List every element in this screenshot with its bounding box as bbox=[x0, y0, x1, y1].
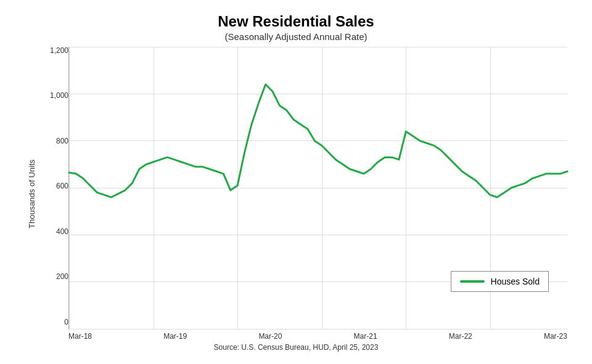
source-text: Source: U.S. Census Bureau, HUD, April 2… bbox=[214, 343, 379, 352]
legend-label: Houses Sold bbox=[491, 277, 540, 286]
y-tick: 600 bbox=[56, 182, 68, 190]
y-axis: 1,2001,0008006004002000 bbox=[41, 47, 68, 341]
x-tick: Mar-23 bbox=[544, 332, 567, 341]
legend-box: Houses Sold bbox=[451, 271, 549, 292]
x-tick: Mar-19 bbox=[163, 332, 187, 341]
y-axis-label: Thousands of Units bbox=[25, 47, 38, 341]
y-tick: 400 bbox=[56, 228, 68, 235]
plot-area: Houses Sold bbox=[68, 47, 567, 330]
legend-line-indicator bbox=[460, 280, 485, 283]
x-tick: Mar-21 bbox=[354, 332, 377, 341]
x-axis: Mar-18Mar-19Mar-20Mar-21Mar-22Mar-23 bbox=[68, 330, 567, 341]
chart-title: New Residential Sales bbox=[218, 13, 374, 30]
chart-area: Thousands of Units 1,2001,00080060040020… bbox=[25, 47, 567, 341]
y-tick: 1,200 bbox=[50, 47, 68, 54]
y-tick: 200 bbox=[56, 273, 68, 280]
grid-line bbox=[69, 329, 567, 330]
plot-area-wrapper: Houses Sold Mar-18Mar-19Mar-20Mar-21Mar-… bbox=[68, 47, 567, 341]
chart-subtitle: (Seasonally Adjusted Annual Rate) bbox=[225, 31, 368, 42]
x-tick: Mar-18 bbox=[68, 332, 92, 341]
x-tick: Mar-20 bbox=[258, 332, 282, 341]
y-tick: 1,000 bbox=[50, 92, 68, 99]
chart-line bbox=[69, 84, 567, 197]
chart-container: New Residential Sales (Seasonally Adjust… bbox=[12, 7, 580, 358]
x-tick: Mar-22 bbox=[449, 332, 472, 341]
y-tick: 0 bbox=[64, 318, 68, 326]
y-tick: 800 bbox=[56, 137, 68, 145]
